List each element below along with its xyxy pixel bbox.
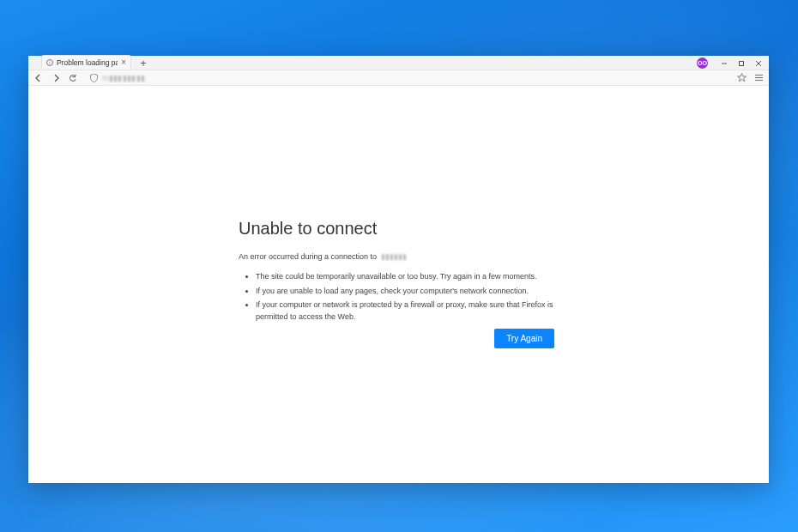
maximize-icon <box>738 60 745 67</box>
back-icon <box>34 74 43 82</box>
nav-back-button[interactable] <box>33 73 44 83</box>
app-menu-button[interactable] <box>753 73 764 83</box>
tab-active[interactable]: i Problem loading page × <box>41 55 131 70</box>
tab-close-button[interactable]: × <box>121 58 126 67</box>
new-tab-button[interactable]: + <box>136 57 150 70</box>
list-item: If your computer or network is protected… <box>256 299 565 323</box>
url-text: m▮▮▮▮▮▮▮▮ <box>102 74 145 82</box>
list-item: The site could be temporarily unavailabl… <box>256 271 565 283</box>
window-controls: OO <box>697 56 769 70</box>
window-minimize-button[interactable] <box>716 57 732 70</box>
nav-forward-button[interactable] <box>51 73 61 83</box>
error-desc-host: ▮▮▮▮▮▮ <box>381 252 407 261</box>
svg-rect-1 <box>740 61 744 65</box>
reload-icon <box>69 74 77 82</box>
forward-icon <box>51 74 60 82</box>
error-title: Unable to connect <box>239 219 565 239</box>
error-description: An error occurred during a connection to… <box>239 252 565 261</box>
error-suggestions: The site could be temporarily unavailabl… <box>239 271 565 323</box>
try-again-button[interactable]: Try Again <box>494 329 554 348</box>
hamburger-icon <box>754 73 764 82</box>
error-desc-prefix: An error occurred during a connection to <box>239 252 377 261</box>
window-maximize-button[interactable] <box>734 57 749 70</box>
close-icon <box>755 60 762 67</box>
info-icon: i <box>46 59 53 66</box>
page-content: Unable to connect An error occurred duri… <box>28 86 769 483</box>
star-icon <box>737 73 747 82</box>
list-item: If you are unable to load any pages, che… <box>256 286 565 298</box>
nav-toolbar: m▮▮▮▮▮▮▮▮ <box>28 70 769 86</box>
toolbar-right <box>736 73 764 83</box>
tab-strip: i Problem loading page × + OO <box>28 56 769 70</box>
minimize-icon <box>721 60 728 67</box>
bookmark-button[interactable] <box>736 73 747 83</box>
nav-reload-button[interactable] <box>68 73 78 83</box>
profile-badge[interactable]: OO <box>697 57 708 69</box>
address-bar[interactable]: m▮▮▮▮▮▮▮▮ <box>85 73 729 83</box>
error-page: Unable to connect An error occurred duri… <box>239 219 565 325</box>
shield-icon <box>88 73 99 83</box>
tab-title: Problem loading page <box>57 58 118 67</box>
browser-window: i Problem loading page × + OO <box>28 56 769 483</box>
window-close-button[interactable] <box>751 57 766 70</box>
